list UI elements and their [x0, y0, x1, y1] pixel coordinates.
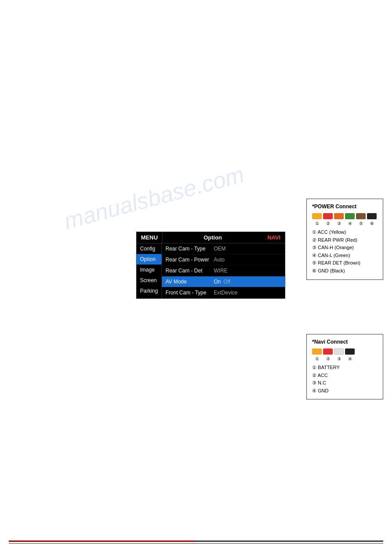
- navi-item-2: ② ACC: [312, 372, 378, 380]
- navi-wire-battery: [312, 348, 322, 355]
- power-connect-title: *POWER Connect: [312, 203, 378, 210]
- power-item-1: ① ACC (Yellow): [312, 229, 378, 236]
- menu-row-front-cam-type[interactable]: Front Cam - Type ExtDevice: [162, 287, 285, 298]
- power-item-4: ④ CAN-L (Green): [312, 252, 378, 260]
- navi-num-1: ①: [312, 356, 322, 361]
- menu-item-screen[interactable]: Screen: [137, 275, 162, 286]
- power-item-2: ② REAR PWR (Red): [312, 236, 378, 244]
- menu-row-rear-cam-det[interactable]: Rear Cam - Det WIRE: [162, 265, 285, 276]
- menu-body: Config Option Image Screen Parking Rear …: [137, 243, 285, 298]
- navi-item-3: ③ N.C: [312, 379, 378, 387]
- wire-num-1: ①: [312, 221, 322, 226]
- wire-rear-det: [356, 213, 366, 219]
- wire-num-4: ④: [345, 221, 355, 226]
- wire-rear-pwr: [323, 213, 333, 219]
- menu-row-av-mode[interactable]: AV Mode On Off: [162, 276, 285, 287]
- wire-num-3: ③: [334, 221, 344, 226]
- navi-list: ① BATTERY ② ACC ③ N.C ④ GND: [312, 364, 378, 395]
- menu-header-option-label: Option: [162, 232, 263, 243]
- navi-item-4: ④ GND: [312, 387, 378, 395]
- power-item-3: ③ CAN-H (Orange): [312, 244, 378, 252]
- power-item-6: ⑥ GND (Black): [312, 267, 378, 275]
- navi-wire-acc: [323, 348, 333, 355]
- wire-can-h: [334, 213, 344, 219]
- navi-wire-gnd: [345, 348, 355, 355]
- bottom-border-thick: [9, 540, 383, 542]
- menu-screenshot: MENU Option NAVI Config Option Image Scr…: [136, 232, 285, 299]
- menu-item-parking[interactable]: Parking: [137, 286, 162, 296]
- navi-connect-box: *Navi Connect ① ② ③ ④ ① BATTERY ② ACC ③ …: [306, 334, 383, 399]
- navi-num-3: ③: [334, 356, 344, 361]
- wire-acc: [312, 213, 322, 219]
- power-wire-numbers: ① ② ③ ④ ⑤ ⑥: [312, 221, 378, 226]
- navi-item-1: ① BATTERY: [312, 364, 378, 372]
- menu-header-menu-label: MENU: [137, 232, 162, 243]
- menu-row-rear-cam-type[interactable]: Rear Cam - Type OEM: [162, 243, 285, 254]
- wire-num-2: ②: [323, 221, 333, 226]
- watermark: manualsbase.com: [61, 161, 247, 234]
- menu-right-content: Rear Cam - Type OEM Rear Cam - Power Aut…: [162, 243, 285, 298]
- navi-num-4: ④: [345, 356, 355, 361]
- navi-wire-nc: [334, 348, 344, 355]
- wire-num-5: ⑤: [356, 221, 366, 226]
- menu-item-image[interactable]: Image: [137, 265, 162, 275]
- navi-connect-title: *Navi Connect: [312, 339, 378, 345]
- bottom-border-thin: [9, 543, 383, 544]
- power-item-5: ⑤ REAR DET (Brown): [312, 259, 378, 267]
- menu-header: MENU Option NAVI: [137, 232, 285, 243]
- menu-header-navi-label: NAVI: [263, 232, 285, 243]
- navi-wire-strip: [312, 348, 378, 355]
- power-connect-box: *POWER Connect ① ② ③ ④ ⑤ ⑥ ① ACC (Yellow…: [306, 199, 383, 280]
- navi-wire-numbers: ① ② ③ ④: [312, 356, 378, 361]
- wire-can-l: [345, 213, 355, 219]
- navi-num-2: ②: [323, 356, 333, 361]
- menu-left-nav: Config Option Image Screen Parking: [137, 243, 162, 298]
- wire-num-6: ⑥: [367, 221, 377, 226]
- menu-item-config[interactable]: Config: [137, 243, 162, 254]
- menu-row-rear-cam-power[interactable]: Rear Cam - Power Auto: [162, 254, 285, 265]
- power-list: ① ACC (Yellow) ② REAR PWR (Red) ③ CAN-H …: [312, 229, 378, 275]
- wire-gnd: [367, 213, 377, 219]
- power-wire-strip: [312, 213, 378, 219]
- menu-item-option[interactable]: Option: [137, 254, 162, 265]
